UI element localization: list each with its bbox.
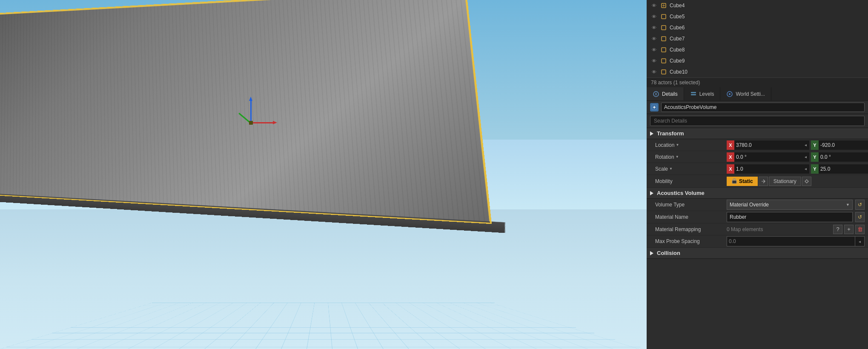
mobility-stationary-btn[interactable]: Stationary [769,177,801,186]
svg-rect-2 [662,26,666,30]
mobility-buttons: Static Stationary [727,177,811,186]
actor-icon-cube4 [660,2,667,9]
location-y-field: Y ◂ [811,140,868,150]
outliner-label-cube6: Cube6 [670,25,685,31]
max-probe-spacing-field: ◂ [727,236,865,246]
acoustics-expand-icon [650,191,653,195]
rotation-x-input[interactable] [734,152,802,162]
rotation-y-label: Y [811,152,819,162]
location-y-input[interactable] [819,140,868,150]
max-probe-spacing-expand[interactable]: ◂ [855,236,865,246]
location-x-expand[interactable]: ◂ [802,140,809,150]
svg-point-14 [805,180,808,183]
gizmo-y-axis[interactable] [250,100,252,123]
tab-details[interactable]: Details [647,87,684,100]
outliner-label-cube4: Cube4 [670,3,685,9]
visibility-icon-cube9[interactable]: 👁 [650,57,658,65]
svg-rect-5 [662,59,666,63]
svg-point-11 [729,93,730,95]
material-name-field[interactable]: Rubber [727,212,853,222]
transform-gizmo[interactable] [238,98,272,132]
svg-rect-13 [732,180,736,183]
mobility-middle-icon[interactable] [759,177,768,186]
visibility-icon-cube5[interactable]: 👁 [650,13,658,20]
actor-icon-cube9 [660,57,667,64]
map-elements-text: 0 Map elements [727,226,763,232]
outliner-label-cube5: Cube5 [670,14,685,20]
outliner-item-cube7[interactable]: 👁 Cube7 [647,33,868,44]
actor-icon-cube6 [660,24,667,31]
visibility-icon-cube6[interactable]: 👁 [650,24,658,31]
mobility-static-btn[interactable]: Static [727,177,758,186]
acoustics-volume-section-header[interactable]: Acoustics Volume [647,188,868,199]
location-y-label: Y [811,140,819,150]
transform-section-header[interactable]: Transform [647,128,868,139]
rotation-dropdown-arrow: ▼ [676,155,679,159]
material-remapping-value-group: 0 Map elements ? + 🗑 [727,225,865,234]
map-elements-group: 0 Map elements [727,226,831,232]
mobility-movable-icon[interactable] [802,177,811,186]
rotation-label: Rotation ▼ [655,154,723,160]
transform-expand-icon [650,132,653,136]
rotation-x-expand[interactable]: ◂ [802,152,809,162]
outliner-item-cube9[interactable]: 👁 Cube9 [647,55,868,66]
acoustics-volume-header-label: Acoustics Volume [657,190,705,196]
tab-world-settings[interactable]: World Setti... [720,87,771,100]
location-values: X ◂ Y ◂ [727,140,868,150]
max-probe-spacing-input[interactable] [727,236,855,246]
max-probe-spacing-row: Max Probe Spacing ◂ [647,235,868,248]
scale-dropdown-arrow: ▼ [669,167,673,171]
gizmo-x-arrow [273,121,277,124]
mobility-label: Mobility [655,178,723,184]
volume-type-reset-btn[interactable]: ↺ [855,200,865,210]
scale-x-field: X ◂ [727,164,809,174]
max-probe-spacing-label: Max Probe Spacing [655,238,723,244]
rotation-x-label: X [727,152,734,162]
volume-type-label: Volume Type [655,202,723,208]
map-delete-btn[interactable]: 🗑 [855,225,865,234]
location-x-label: X [727,140,734,150]
details-tab-icon [653,91,659,97]
outliner-item-cube6[interactable]: 👁 Cube6 [647,22,868,33]
visibility-icon-cube10[interactable]: 👁 [650,68,658,76]
scale-row: Scale ▼ X ◂ Y ◂ [647,163,868,175]
viewport[interactable] [0,0,647,349]
material-name-value-group: Rubber ↺ [727,212,865,222]
scale-values: X ◂ Y ◂ [727,164,868,174]
location-x-input[interactable] [734,140,802,150]
location-dropdown-label[interactable]: Location ▼ [655,142,679,148]
scale-dropdown-label[interactable]: Scale ▼ [655,166,673,172]
tab-levels[interactable]: Levels [684,87,721,100]
visibility-icon-cube4[interactable]: 👁 [650,2,658,9]
scale-y-field: Y ◂ [811,164,868,174]
outliner-item-cube4[interactable]: 👁 Cube4 [647,0,868,11]
scale-y-input[interactable] [819,164,868,174]
object-name-input[interactable] [661,103,865,112]
map-question-btn[interactable]: ? [833,225,842,234]
rotation-y-input[interactable] [819,152,868,162]
outliner-item-cube10[interactable]: 👁 Cube10 [647,66,868,77]
visibility-icon-cube8[interactable]: 👁 [650,46,658,54]
scale-x-expand[interactable]: ◂ [802,164,809,174]
outliner-item-cube5[interactable]: 👁 Cube5 [647,11,868,22]
details-panel: Transform Location ▼ X ◂ Y ◂ [647,101,868,349]
object-type-icon [650,103,659,112]
volume-type-dropdown[interactable]: Material Override ▼ [727,200,853,210]
collision-section-header[interactable]: Collision [647,248,868,259]
volume-type-value-group: Material Override ▼ ↺ [727,200,865,210]
search-details-input[interactable] [650,116,865,126]
visibility-icon-cube7[interactable]: 👁 [650,35,658,43]
gizmo-x-axis[interactable] [250,122,274,123]
map-add-btn[interactable]: + [844,225,854,234]
rotation-x-field: X ◂ [727,152,809,162]
mobility-stationary-label: Stationary [773,178,796,184]
svg-rect-9 [691,94,696,95]
material-name-value: Rubber [730,214,746,220]
outliner-item-cube8[interactable]: 👁 Cube8 [647,44,868,55]
transform-header-label: Transform [657,130,684,137]
scale-x-input[interactable] [734,164,802,174]
svg-rect-1 [662,14,666,19]
material-name-reset-btn[interactable]: ↺ [855,212,865,222]
rotation-dropdown-label[interactable]: Rotation ▼ [655,154,679,160]
right-panel: 👁 Cube4 👁 Cube5 👁 Cube6 👁 Cube7 [647,0,868,349]
